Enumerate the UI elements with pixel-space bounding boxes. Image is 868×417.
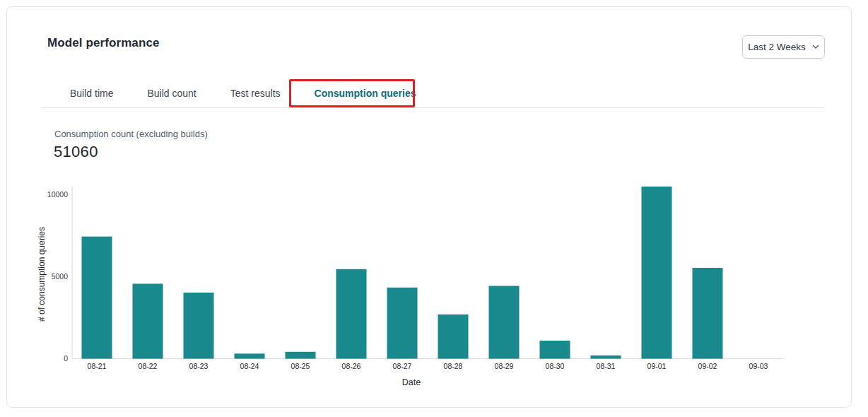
tab-build-time[interactable]: Build time	[70, 88, 113, 99]
metric-label: Consumption count (excluding builds)	[54, 129, 208, 139]
page-title: Model performance	[47, 36, 160, 50]
tab-divider	[41, 107, 825, 108]
tab-test-results[interactable]: Test results	[230, 88, 281, 99]
tab-build-count[interactable]: Build count	[147, 88, 196, 99]
metric-value: 51060	[54, 143, 98, 161]
screen: { "header": { "title": "Model performanc…	[0, 0, 868, 417]
date-range-value: Last 2 Weeks	[748, 42, 806, 52]
tab-bar: Build time Build count Test results Cons…	[70, 88, 416, 99]
model-performance-card: Model performance Last 2 Weeks Build tim…	[6, 6, 852, 408]
tab-consumption-queries[interactable]: Consumption queries	[315, 88, 416, 99]
date-range-dropdown[interactable]: Last 2 Weeks	[742, 35, 825, 59]
chevron-down-icon	[812, 45, 819, 49]
